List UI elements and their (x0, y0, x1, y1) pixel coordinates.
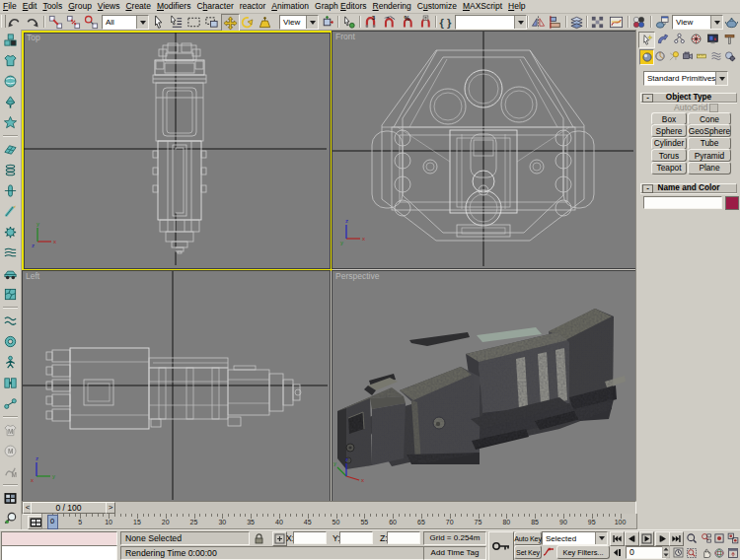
menu-character[interactable]: Character (193, 0, 236, 13)
apply-rope-modifier-button[interactable]: M (2, 464, 19, 480)
dropdown-arrow-icon[interactable] (595, 532, 607, 544)
absolute-offset-toggle-icon[interactable] (272, 531, 287, 546)
viewport-front-label[interactable]: Front (335, 32, 355, 41)
selection-filter-dropdown[interactable]: All (102, 15, 149, 30)
analyze-world-button[interactable] (2, 512, 19, 527)
collapse-icon[interactable]: - (642, 94, 653, 103)
tab-display[interactable] (705, 32, 720, 46)
point-point-constraint-button[interactable] (2, 396, 19, 412)
viewport-top[interactable]: Top xyz (22, 31, 333, 271)
tab-hierarchy[interactable] (672, 32, 687, 46)
time-configuration-icon[interactable] (672, 546, 684, 558)
preview-animation-button[interactable] (2, 491, 19, 507)
selection-set-dropdown[interactable]: Selected (542, 531, 608, 545)
dropdown-arrow-icon[interactable] (306, 16, 318, 29)
apply-soft-body-modifier-button[interactable]: M (2, 444, 19, 459)
maxscript-listener-line[interactable] (1, 545, 117, 560)
category-space-warps[interactable] (709, 49, 722, 63)
bind-to-space-warp-button[interactable] (83, 14, 100, 30)
viewport-front[interactable]: Front xzy (332, 31, 636, 269)
hinge-constraint-button[interactable] (2, 376, 19, 391)
select-and-rotate-button[interactable] (239, 14, 256, 30)
constraint-solver-button[interactable] (2, 334, 19, 350)
dropdown-arrow-icon[interactable] (715, 72, 727, 85)
z-coord-field[interactable] (387, 531, 420, 544)
object-color-swatch[interactable] (725, 196, 739, 210)
align-button[interactable] (548, 14, 564, 30)
object-type-sphere-button[interactable]: Sphere (651, 124, 687, 137)
menu-help[interactable]: Help (505, 0, 528, 13)
next-frame-button[interactable] (655, 531, 670, 546)
mirror-button[interactable] (530, 14, 547, 30)
render-type-dropdown[interactable]: View (672, 15, 723, 30)
add-time-tag-field[interactable]: Add Time Tag (423, 546, 486, 560)
object-type-geosphere-button[interactable]: GeoSphere (688, 124, 731, 137)
menu-customize[interactable]: Customize (414, 0, 460, 13)
arc-rotate-button[interactable] (712, 546, 725, 559)
viewport-left-label[interactable]: Left (26, 271, 39, 281)
deforming-mesh-collection-button[interactable] (2, 115, 19, 131)
select-and-move-button[interactable] (221, 14, 240, 32)
new-key-curve-icon[interactable] (542, 546, 555, 558)
set-key-button[interactable]: Set Key (514, 545, 542, 559)
layer-manager-button[interactable] (568, 14, 585, 30)
reference-coordinate-system-dropdown[interactable]: View (279, 15, 319, 30)
menu-animation[interactable]: Animation (268, 0, 312, 13)
selection-lock-icon[interactable] (253, 532, 265, 544)
material-editor-button[interactable] (630, 14, 647, 30)
y-coord-field[interactable] (339, 531, 373, 544)
auto-key-button[interactable]: Auto Key (514, 531, 542, 545)
unlink-selection-button[interactable] (65, 14, 82, 30)
object-type-rollout-header[interactable]: - Object Type (640, 93, 737, 103)
object-name-field[interactable] (643, 196, 722, 209)
object-type-cylinder-button[interactable]: Cylinder (651, 137, 687, 150)
menu-create[interactable]: Create (122, 0, 154, 13)
object-category-dropdown[interactable]: Standard Primitives (643, 71, 728, 86)
tab-create[interactable] (638, 32, 655, 48)
spinner-snap-button[interactable] (417, 14, 434, 30)
spring-button[interactable] (2, 163, 19, 178)
wind-button[interactable] (2, 245, 19, 261)
category-cameras[interactable] (682, 49, 695, 63)
zoom-all-button[interactable] (700, 531, 712, 544)
menu-group[interactable]: Group (65, 0, 95, 13)
named-selection-sets-dropdown[interactable] (455, 15, 527, 30)
dropdown-arrow-icon[interactable] (710, 16, 722, 29)
go-to-start-button[interactable] (610, 531, 625, 546)
quick-render-button[interactable] (723, 14, 739, 30)
menu-edit[interactable]: Edit (20, 0, 40, 13)
use-pivot-point-button[interactable] (319, 14, 335, 30)
object-type-cone-button[interactable]: Cone (688, 112, 731, 125)
time-slider-handle[interactable]: 0 / 100 (31, 502, 107, 514)
collapse-icon[interactable]: - (642, 184, 653, 193)
zoom-extents-all-button[interactable] (726, 531, 739, 544)
object-type-teapot-button[interactable]: Teapot (651, 162, 687, 175)
tab-motion[interactable] (689, 32, 703, 46)
viewport-top-label[interactable]: Top (27, 33, 40, 42)
rope-collection-button[interactable] (2, 95, 19, 110)
snap-toggle-3d-button[interactable]: 3 (362, 14, 379, 30)
object-type-box-button[interactable]: Box (651, 112, 687, 125)
menu-tools[interactable]: Tools (39, 0, 65, 13)
category-shapes[interactable] (653, 49, 666, 63)
menu-rendering[interactable]: Rendering (370, 0, 414, 13)
object-type-plane-button[interactable]: Plane (688, 162, 731, 175)
edit-named-selections-button[interactable]: { } (437, 14, 454, 30)
viewport-perspective-label[interactable]: Perspective (335, 271, 379, 281)
object-type-pyramid-button[interactable]: Pyramid (688, 149, 731, 162)
soft-body-collection-button[interactable] (2, 74, 19, 90)
category-systems[interactable] (723, 49, 736, 63)
rectangular-selection-button[interactable] (185, 14, 202, 30)
frame-spinner[interactable] (662, 546, 670, 558)
undo-button[interactable] (6, 14, 23, 30)
menu-file[interactable]: File (0, 0, 20, 13)
viewport-left[interactable]: Left yzx (22, 270, 331, 503)
zoom-extents-button[interactable] (712, 531, 725, 544)
motor-button[interactable] (2, 225, 19, 241)
window-crossing-button[interactable] (203, 14, 220, 30)
menu-modifiers[interactable]: Modifiers (154, 0, 194, 13)
time-slider-next-button[interactable]: > (106, 502, 115, 514)
redo-button[interactable] (24, 14, 40, 30)
render-scene-button[interactable] (653, 14, 670, 30)
select-by-name-button[interactable] (168, 14, 185, 30)
